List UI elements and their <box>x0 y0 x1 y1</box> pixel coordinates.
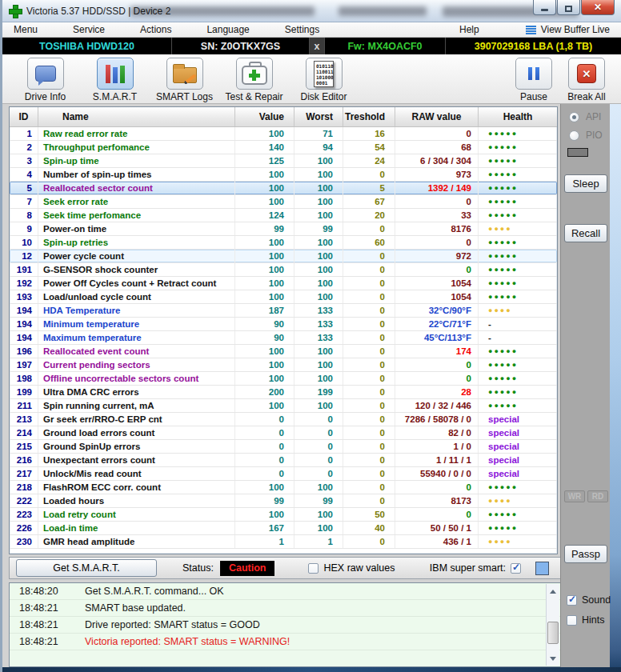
table-row[interactable]: 211Spin running current, mA1001000120 / … <box>10 399 557 413</box>
table-row[interactable]: 217Unlock/Mis read count00055940 / 0 / 0… <box>10 467 557 481</box>
attr-raw-value: 8176 <box>395 222 479 235</box>
menu-item-menu[interactable]: Menu <box>14 24 38 35</box>
view-buffer-live-button[interactable]: View Buffer Live <box>526 24 610 35</box>
table-row[interactable]: 230GMR head amplitude110436 / 1●●●● <box>10 535 557 549</box>
toolbar-button-pause[interactable]: Pause <box>507 58 560 102</box>
window-frame-bottom <box>2 667 621 672</box>
ibm-super-smart-checkbox[interactable] <box>511 563 521 574</box>
toolbar-button-break-all[interactable]: ✕Break All <box>560 58 613 102</box>
recall-button[interactable]: Recall <box>564 224 607 242</box>
menu-item-actions[interactable]: Actions <box>140 24 171 35</box>
table-row[interactable]: 199Ultra DMA CRC errors200199028●●●●● <box>10 386 557 399</box>
table-row[interactable]: 2Throughput perfomance140945468●●●●● <box>10 141 557 154</box>
scroll-down-arrow[interactable] <box>547 653 559 664</box>
table-row[interactable]: 5Reallocated sector count10010051392 / 1… <box>10 182 557 195</box>
attr-treshold: 0 <box>343 413 395 426</box>
table-row[interactable]: 4Number of spin-up times1001000973●●●●● <box>10 168 557 182</box>
maximize-icon <box>565 6 572 12</box>
table-row[interactable]: 194HDA Temperature187133032°C/90°F●●●● <box>10 304 557 318</box>
table-row[interactable]: 8Seek time perfomance1241002033●●●●● <box>10 209 557 222</box>
hex-raw-values-checkbox[interactable] <box>308 563 319 574</box>
attr-treshold: 0 <box>343 386 395 398</box>
hints-checkbox[interactable] <box>567 615 577 626</box>
table-row[interactable]: 213Gr seek err/RRO-C ERP cnt0007286 / 58… <box>10 413 557 426</box>
table-row[interactable]: 223Load retry count100100500●●●●● <box>10 508 557 522</box>
sound-checkbox[interactable] <box>567 595 577 606</box>
toolbar-button-test-repair[interactable]: Test & Repair <box>219 58 289 102</box>
attr-health: - <box>479 318 557 330</box>
column-header-worst[interactable]: Worst <box>294 107 343 126</box>
attr-name: Power cycle count <box>38 250 235 262</box>
rd-button[interactable]: RD <box>587 490 608 502</box>
table-row[interactable]: 218FlashROM ECC corr. count10010000●●●●● <box>10 481 557 494</box>
attr-worst: 100 <box>294 277 343 290</box>
attr-value: 1 <box>235 535 294 548</box>
attr-value: 99 <box>235 222 294 235</box>
column-header-raw-value[interactable]: RAW value <box>395 107 479 126</box>
toolbar-button-disk-editor[interactable]: 0101101100111010000001Disk Editor <box>289 58 359 102</box>
table-row[interactable]: 3Spin-up time125100246 / 304 / 304●●●●● <box>10 154 557 168</box>
attr-treshold: 0 <box>343 345 395 358</box>
table-row[interactable]: 198Offline uncorrectable sectors count10… <box>10 372 557 386</box>
api-radio-row[interactable]: API <box>569 111 601 122</box>
log-entry: 18:48:20Get S.M.A.R.T. command... OK <box>10 583 560 600</box>
table-row[interactable]: 226Load-in time1671004050 / 50 / 1●●●●● <box>10 522 557 535</box>
sleep-button[interactable]: Sleep <box>564 174 607 193</box>
maximize-button[interactable] <box>557 0 580 15</box>
table-row[interactable]: 193Load/unload cycle count10010001054●●●… <box>10 290 557 304</box>
pio-radio-row[interactable]: PIO <box>569 130 603 141</box>
attr-name: Load/unload cycle count <box>38 290 235 303</box>
menu-item-settings[interactable]: Settings <box>285 24 319 35</box>
table-row[interactable]: 192Power Off Cycles count + Retract coun… <box>10 277 557 290</box>
close-button[interactable]: ✕ <box>581 0 615 15</box>
column-header-value[interactable]: Value <box>235 107 294 126</box>
menu-item-language[interactable]: Language <box>206 24 249 35</box>
column-header-treshold[interactable]: Treshold <box>343 107 395 126</box>
table-row[interactable]: 216Unexpectant errors count0001 / 11 / 1… <box>10 454 557 467</box>
table-row[interactable]: 196Reallocated event count1001000174●●●●… <box>10 345 557 358</box>
attr-name: Minimum temperature <box>38 318 235 330</box>
table-row[interactable]: 215Ground SpinUp errors0001 / 0special <box>10 440 557 454</box>
toolbar-button-s-m-a-r-t[interactable]: S.M.A.R.T <box>80 58 150 102</box>
scroll-up-arrow[interactable] <box>547 586 559 597</box>
log-scrollbar[interactable] <box>546 584 559 666</box>
drive-x-segment[interactable]: x <box>310 38 325 54</box>
table-row[interactable]: 194Minimum temperature90133022°C/71°F- <box>10 318 557 331</box>
hints-checkbox-row[interactable]: Hints <box>567 614 604 626</box>
wr-button[interactable]: WR <box>564 490 585 502</box>
table-row[interactable]: 10Spin-up retries100100600●●●●● <box>10 236 557 250</box>
menu-item-help[interactable]: Help <box>459 24 479 35</box>
get-smart-button[interactable]: Get S.M.A.R.T. <box>16 559 157 577</box>
sound-checkbox-row[interactable]: Sound <box>567 594 611 606</box>
table-row[interactable]: 1Raw read error rate10071160●●●●● <box>10 127 557 141</box>
column-header-name[interactable]: Name <box>38 107 235 126</box>
toolbar-button-drive-info[interactable]: Drive Info <box>10 58 80 102</box>
table-row[interactable]: 191G-SENSOR shock counter10010000●●●●● <box>10 263 557 277</box>
column-header-id[interactable]: ID <box>10 107 38 126</box>
pause-icon <box>525 66 543 82</box>
table-row[interactable]: 194Maximum temperature90133045°C/113°F- <box>10 331 557 345</box>
table-row[interactable]: 7Seek error rate100100670●●●●● <box>10 195 557 209</box>
log-time: 18:48:21 <box>10 619 72 630</box>
table-row[interactable]: 9Power-on time999908176●●●● <box>10 222 557 236</box>
menu-item-service[interactable]: Service <box>73 24 105 35</box>
attr-raw-value: 8173 <box>395 494 479 507</box>
test-tubes-icon <box>103 63 127 85</box>
attr-raw-value: 1 / 11 / 1 <box>395 454 479 466</box>
attr-worst: 94 <box>294 141 343 154</box>
attr-id: 198 <box>10 372 38 385</box>
scroll-thumb[interactable] <box>547 622 559 644</box>
attr-id: 197 <box>10 358 38 371</box>
smart-color-indicator[interactable] <box>535 562 549 575</box>
toolbar-icon-box: ✕ <box>568 58 605 90</box>
table-row[interactable]: 12Power cycle count1001000972●●●●● <box>10 250 557 263</box>
toolbar-button-smart-logs[interactable]: SMART Logs <box>150 58 219 102</box>
table-row[interactable]: 197Current pending sectors10010000●●●●● <box>10 358 557 372</box>
attr-id: 213 <box>10 413 38 426</box>
column-header-health[interactable]: Health <box>479 107 557 126</box>
passp-button[interactable]: Passp <box>564 545 607 563</box>
table-row[interactable]: 222Loaded hours999908173●●●● <box>10 494 557 508</box>
minimize-button[interactable] <box>533 0 556 15</box>
table-row[interactable]: 214Ground load errors count00082 / 0spec… <box>10 426 557 440</box>
attr-id: 194 <box>10 304 38 317</box>
